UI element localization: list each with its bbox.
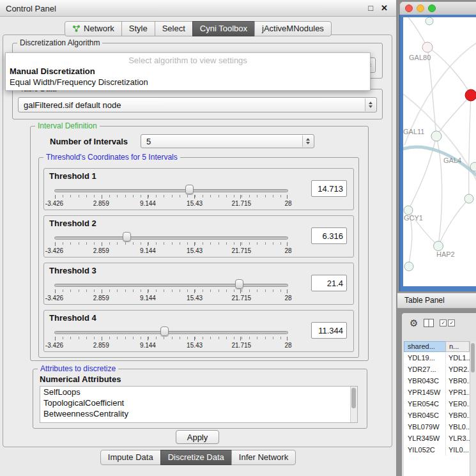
threshold-2-slider[interactable]: -3.426 2.859 9.144 15.43 21.715 28 xyxy=(54,231,288,257)
table-scrollbar[interactable] xyxy=(470,341,476,476)
number-of-intervals-value: 5 xyxy=(146,137,151,146)
scale-label: -3.426 xyxy=(45,200,63,207)
threshold-value-field[interactable]: 14.713 xyxy=(311,180,347,197)
threshold-value-field[interactable]: 6.316 xyxy=(311,227,347,244)
table-cell[interactable]: YBR0... xyxy=(446,410,470,421)
threshold-4-slider[interactable]: -3.426 2.859 9.144 15.43 21.715 28 xyxy=(54,326,288,351)
table-cell[interactable]: YER054C xyxy=(404,398,446,410)
dropdown-option-manual[interactable]: Manual Discretization xyxy=(6,66,370,77)
table-row[interactable]: YBR043C YBR0... xyxy=(404,375,470,387)
threshold-3-slider[interactable]: -3.426 2.859 9.144 15.43 21.715 28 xyxy=(54,279,288,304)
numerical-attributes-list[interactable]: SelfLoops TopologicalCoefficient Between… xyxy=(40,386,358,423)
list-item[interactable]: TopologicalCoefficient xyxy=(40,397,357,408)
table-row[interactable]: YER054C YER0... xyxy=(404,398,470,410)
dropdown-placeholder: Select algorithm to view settings xyxy=(6,55,370,66)
column-header-shared-name[interactable]: shared... xyxy=(404,341,446,352)
table-cell[interactable]: YDR2... xyxy=(446,364,470,375)
network-node-selected[interactable] xyxy=(465,89,476,101)
network-window-titlebar[interactable] xyxy=(399,1,476,15)
table-cell[interactable]: YDR27... xyxy=(404,364,446,375)
tab-network[interactable]: Network xyxy=(65,21,122,36)
zoom-traffic-light[interactable] xyxy=(428,4,436,12)
network-node[interactable] xyxy=(426,17,433,25)
table-cell[interactable]: YLR345W xyxy=(404,433,446,444)
tab-impute-data[interactable]: Impute Data xyxy=(100,450,161,465)
network-edge xyxy=(469,95,471,199)
slider-thumb[interactable] xyxy=(185,185,194,194)
slider-track[interactable] xyxy=(54,189,288,192)
tab-discretize-data[interactable]: Discretize Data xyxy=(160,450,232,465)
close-traffic-light[interactable] xyxy=(405,4,413,12)
table-panel-window: ⚙ ✓ ✓ shared... n... YDL19... YDL1... YD… xyxy=(401,312,476,476)
network-node[interactable] xyxy=(434,242,443,251)
list-scrollbar[interactable] xyxy=(350,387,357,422)
thresholds-group: Threshold's Coordinates for 5 Intervals … xyxy=(38,157,359,358)
scrollbar-thumb[interactable] xyxy=(351,388,356,408)
slider-thumb[interactable] xyxy=(123,232,131,242)
threshold-value-field[interactable]: 11.344 xyxy=(311,322,347,339)
number-of-intervals-label: Number of Intervals xyxy=(50,137,128,146)
number-of-intervals-select[interactable]: 5 xyxy=(141,134,314,148)
scale-label: -3.426 xyxy=(45,295,63,302)
table-cell[interactable]: YBR045C xyxy=(404,410,446,421)
network-node[interactable] xyxy=(404,262,413,271)
tab-cyni-toolbox[interactable]: Cyni Toolbox xyxy=(192,21,255,36)
table-row[interactable]: YBR045C YBR0... xyxy=(404,410,470,421)
table-cell[interactable]: YBL079W xyxy=(404,421,446,433)
tab-jactivemnodules[interactable]: jActiveMNodules xyxy=(254,21,332,36)
group-title: Interval Definition xyxy=(35,121,100,130)
table-row[interactable]: YIL052C YIL0... xyxy=(404,444,470,456)
table-data-select[interactable]: galFiltered.sif default node xyxy=(18,97,377,112)
threshold-1-slider[interactable]: -3.426 2.859 9.144 15.43 21.715 28 xyxy=(54,184,288,210)
checkbox-icon[interactable]: ✓ xyxy=(448,319,455,326)
table-row[interactable]: YDL19... YDL1... xyxy=(404,352,470,364)
slider-track[interactable] xyxy=(54,331,288,334)
table-cell[interactable]: YDL19... xyxy=(404,352,446,364)
numerical-attributes-label: Numerical Attributes xyxy=(40,374,121,384)
network-node[interactable] xyxy=(470,162,476,171)
table-row[interactable]: YPR145W YPR1... xyxy=(404,387,470,398)
tab-style[interactable]: Style xyxy=(121,21,155,36)
table-cell[interactable]: YER0... xyxy=(446,398,470,410)
dropdown-option-equal-width[interactable]: Equal Width/Frequency Discretization xyxy=(6,77,370,88)
slider-thumb[interactable] xyxy=(235,279,243,289)
table-cell[interactable]: YIL052C xyxy=(404,444,446,456)
apply-button[interactable]: Apply xyxy=(176,430,219,444)
list-item[interactable]: BetweennessCentrality xyxy=(40,408,357,419)
network-canvas[interactable]: GAL80 GAL11 GAL4 GCY1 HAP2 xyxy=(403,17,476,286)
table-cell[interactable]: YBL0... xyxy=(446,421,470,433)
float-window-icon[interactable]: □ xyxy=(368,3,373,13)
table-cell[interactable]: YBR0... xyxy=(446,375,470,387)
network-node[interactable] xyxy=(431,131,441,141)
close-icon[interactable]: ✕ xyxy=(381,3,388,13)
network-node[interactable] xyxy=(404,206,413,215)
table-cell[interactable]: YPR1... xyxy=(446,387,470,398)
slider-track[interactable] xyxy=(54,284,288,287)
list-item[interactable]: SelfLoops xyxy=(40,387,357,397)
table-cell[interactable]: YPR145W xyxy=(404,387,446,398)
table-cell[interactable]: YDL1... xyxy=(446,352,470,364)
table-row[interactable]: YLR345W YLR3... xyxy=(404,433,470,444)
table-cell[interactable]: YIL0... xyxy=(446,444,470,456)
slider-thumb[interactable] xyxy=(160,326,169,336)
table-cell[interactable]: YLR3... xyxy=(446,433,470,444)
table-row[interactable]: YBL079W YBL0... xyxy=(404,421,470,433)
threshold-value-field[interactable]: 21.4 xyxy=(311,275,347,291)
bottom-tab-bar: Impute Data Discretize Data Infer Networ… xyxy=(0,450,396,465)
tab-label: Select xyxy=(162,24,185,33)
slider-track[interactable] xyxy=(54,236,288,240)
network-node[interactable] xyxy=(422,42,433,52)
tab-select[interactable]: Select xyxy=(155,21,193,36)
threshold-label: Threshold 2 xyxy=(49,219,96,228)
minimize-traffic-light[interactable] xyxy=(417,4,424,12)
column-header-name[interactable]: n... xyxy=(445,341,470,352)
checkbox-icon[interactable]: ✓ xyxy=(440,319,447,326)
table-row[interactable]: YDR27... YDR2... xyxy=(404,364,470,375)
network-node[interactable] xyxy=(464,194,473,203)
scrollbar-thumb[interactable] xyxy=(471,343,475,372)
table-cell[interactable]: YBR043C xyxy=(404,375,446,387)
tab-infer-network[interactable]: Infer Network xyxy=(231,450,296,465)
columns-icon[interactable] xyxy=(424,319,434,327)
gear-icon[interactable]: ⚙ xyxy=(410,318,418,328)
slider-major-ticks xyxy=(55,195,288,199)
